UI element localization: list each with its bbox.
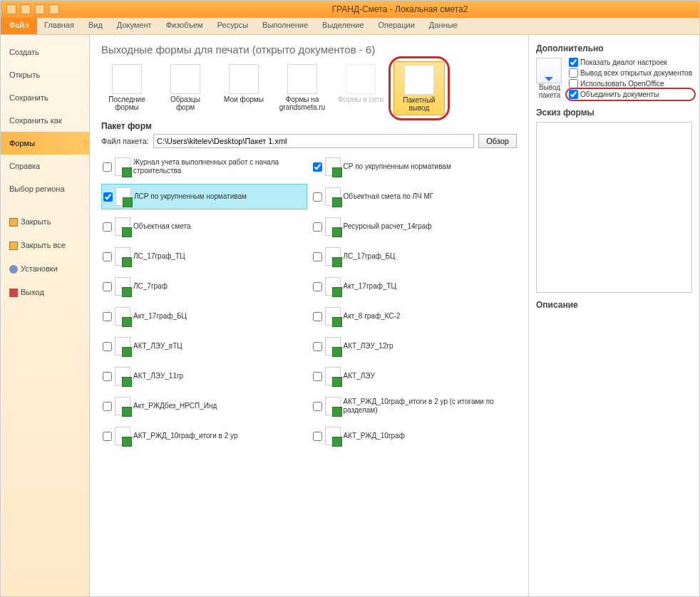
nav-settings[interactable]: Установки (1, 257, 89, 281)
heading-preview: Эскиз формы (536, 108, 692, 118)
item-checkbox[interactable] (313, 432, 322, 441)
excel-icon (115, 157, 130, 176)
nav-save-as[interactable]: Сохранить как (1, 109, 89, 132)
qat-icon[interactable] (21, 4, 31, 14)
excel-icon (325, 307, 341, 326)
network-icon (346, 64, 376, 94)
page-title: Выходные формы для печати (открыто докум… (101, 43, 517, 56)
item-checkbox[interactable] (103, 342, 112, 351)
list-item[interactable]: Акт_РЖДбез_НРСП_Инд (101, 393, 307, 419)
list-item[interactable]: Объектная смета (101, 214, 307, 239)
btn-net-forms: Формы в сети (335, 61, 386, 115)
form-preview (536, 122, 692, 293)
package-output-icon[interactable] (536, 58, 562, 83)
item-checkbox[interactable] (103, 252, 112, 261)
excel-icon (115, 427, 130, 445)
tab-selection[interactable]: Выделение (315, 18, 371, 34)
qat-icon[interactable] (35, 4, 45, 14)
item-checkbox[interactable] (313, 222, 322, 232)
item-checkbox[interactable] (313, 402, 322, 411)
btn-recent-forms[interactable]: Последние формы (101, 61, 153, 115)
tab-operations[interactable]: Операции (371, 18, 421, 34)
tab-phys[interactable]: Физобъем (159, 18, 210, 34)
list-item[interactable]: Ресурсный расчет_14граф (312, 214, 518, 239)
samples-icon (170, 64, 200, 94)
list-item[interactable]: Акт_17граф_ТЦ (312, 274, 518, 299)
backstage-nav: Создать Открыть Сохранить Сохранить как … (1, 35, 90, 596)
qat-icon[interactable] (49, 4, 59, 14)
nav-close[interactable]: Закрыть (1, 210, 89, 234)
excel-icon (325, 337, 341, 355)
side-panel: Дополнительно Вывод пакета Показать диал… (528, 35, 699, 596)
item-checkbox[interactable] (313, 282, 322, 291)
file-tab[interactable]: Файл (1, 18, 37, 34)
item-checkbox[interactable] (313, 252, 322, 261)
list-item[interactable]: АКТ_ЛЭУ (312, 363, 518, 389)
browse-button[interactable]: Обзор (478, 134, 517, 148)
list-item[interactable]: ЛС_17граф_ТЦ (101, 244, 307, 269)
nav-open[interactable]: Открыть (1, 63, 89, 86)
list-item[interactable]: АКТ_РЖД_10граф_итоги в 2 ур (101, 423, 307, 449)
opt-merge-docs[interactable]: Объединить документы (569, 90, 692, 99)
list-item[interactable]: ЛС_7граф (101, 274, 307, 299)
nav-region[interactable]: Выбор региона (1, 177, 89, 200)
nav-exit[interactable]: Выход (1, 281, 89, 304)
item-checkbox[interactable] (103, 372, 112, 381)
nav-create[interactable]: Создать (1, 41, 89, 63)
list-item[interactable]: Акт_17граф_БЦ (101, 303, 307, 329)
item-checkbox[interactable] (103, 192, 113, 202)
path-input[interactable] (153, 134, 474, 148)
tab-view[interactable]: Вид (81, 18, 110, 34)
item-checkbox[interactable] (103, 432, 112, 441)
package-output-label: Вывод пакета (536, 83, 563, 99)
list-item[interactable]: АКТ_РЖД_10граф (312, 423, 518, 449)
item-checkbox[interactable] (103, 162, 112, 172)
btn-site-forms[interactable]: Формы на grandsmeta.ru (277, 61, 328, 115)
excel-icon (325, 427, 341, 445)
opt-all-open-docs[interactable]: Вывод всех открытых документов (569, 68, 692, 78)
list-item[interactable]: АКТ_ЛЭУ_11гр (101, 363, 307, 389)
clock-icon (112, 64, 142, 94)
excel-icon (115, 277, 130, 296)
btn-sample-forms[interactable]: Образцы форм (160, 61, 211, 115)
list-item[interactable]: АКТ_ЛЭУ_12гр (312, 333, 518, 359)
excel-icon (325, 157, 341, 176)
list-item[interactable]: Объектная смета по ЛЧ МГ (312, 184, 518, 209)
exit-icon (9, 289, 18, 297)
center-pane: Выходные формы для печати (открыто докум… (90, 35, 528, 596)
tab-resources[interactable]: Ресурсы (210, 18, 255, 34)
list-item[interactable]: АКТ_РЖД_10граф_итоги в 2 ур (с итогами п… (312, 393, 518, 419)
opt-use-openoffice[interactable]: Использовать OpenOffice (569, 79, 692, 88)
item-checkbox[interactable] (103, 222, 112, 232)
nav-forms[interactable]: Формы (1, 132, 89, 155)
list-item[interactable]: ЛСР по укрупненным нормативам (101, 184, 307, 209)
item-checkbox[interactable] (103, 282, 112, 291)
list-item[interactable]: Журнал учета выполненных работ с начала … (101, 154, 307, 180)
item-checkbox[interactable] (313, 162, 322, 172)
btn-batch-output[interactable]: Пакетный вывод (393, 61, 445, 115)
qat-icon[interactable] (6, 4, 16, 14)
list-item[interactable]: Акт_8 граф_КС-2 (312, 303, 518, 329)
nav-close-all[interactable]: Закрыть все (1, 234, 89, 257)
tab-data[interactable]: Данные (422, 18, 465, 34)
tab-exec[interactable]: Выполнение (255, 18, 315, 34)
item-checkbox[interactable] (313, 372, 322, 381)
item-checkbox[interactable] (313, 342, 322, 351)
nav-help[interactable]: Справка (1, 155, 89, 177)
excel-icon (115, 247, 130, 266)
item-checkbox[interactable] (313, 192, 322, 202)
excel-icon (115, 217, 130, 236)
item-checkbox[interactable] (313, 312, 322, 321)
item-checkbox[interactable] (103, 312, 112, 321)
tab-document[interactable]: Документ (110, 18, 159, 34)
excel-icon (115, 397, 130, 415)
folders-icon (9, 242, 18, 250)
item-checkbox[interactable] (103, 402, 112, 411)
list-item[interactable]: СР по укрупненным нормативам (312, 154, 518, 180)
nav-save[interactable]: Сохранить (1, 86, 89, 109)
list-item[interactable]: АКТ_ЛЭУ_вТЦ (101, 333, 307, 359)
opt-show-dialog[interactable]: Показать диалог настроек (569, 58, 692, 67)
list-item[interactable]: ЛС_17граф_БЦ (312, 244, 518, 269)
btn-my-forms[interactable]: Мои формы (218, 61, 269, 115)
tab-home[interactable]: Главная (37, 18, 81, 34)
